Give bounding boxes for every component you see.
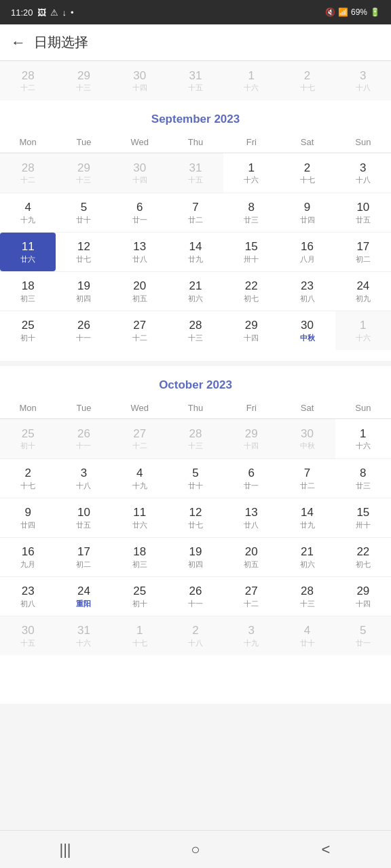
day-number: 17 [356,240,369,254]
day-cell[interactable]: 30十四 [112,153,168,193]
day-cell[interactable]: 2十七 [279,61,335,100]
day-cell[interactable]: 28十三 [168,311,223,350]
day-cell[interactable]: 29十四 [223,419,279,458]
day-cell[interactable]: 3十九 [223,616,279,655]
day-cell[interactable]: 27十二 [112,419,168,458]
day-cell[interactable]: 27十二 [223,576,279,616]
day-cell[interactable]: 17初二 [335,232,391,271]
day-cell[interactable]: 12廿七 [168,498,223,537]
day-lunar: 廿六 [132,520,147,530]
day-cell[interactable]: 8廿三 [223,193,279,232]
day-cell[interactable]: 8廿三 [335,458,391,498]
day-number: 30 [301,427,314,441]
day-cell[interactable]: 15卅十 [223,232,279,271]
day-cell[interactable]: 9廿四 [279,193,335,232]
day-cell[interactable]: 30十五 [0,616,56,655]
day-cell[interactable]: 11廿六 [0,232,56,271]
day-cell[interactable]: 29十三 [56,153,111,193]
day-lunar: 初九 [356,294,371,303]
day-cell[interactable]: 24初九 [335,271,391,311]
day-cell[interactable]: 5廿十 [168,458,223,498]
day-cell[interactable]: 1十六 [335,419,391,458]
back-button[interactable]: ← [11,34,26,52]
day-cell[interactable]: 3十八 [335,61,391,100]
day-lunar: 十三 [76,175,91,184]
day-cell[interactable]: 24重阳 [56,576,111,616]
day-cell[interactable]: 2十七 [279,153,335,193]
day-cell[interactable]: 31十五 [168,153,223,193]
day-cell[interactable]: 20初五 [223,537,279,576]
day-cell[interactable]: 22初七 [335,537,391,576]
day-cell[interactable]: 28十二 [0,153,56,193]
day-cell[interactable]: 5廿一 [335,616,391,655]
day-cell[interactable]: 23初八 [279,271,335,311]
day-cell[interactable]: 1十六 [223,61,279,100]
day-number: 2 [304,161,310,175]
day-cell[interactable]: 7廿二 [168,193,223,232]
day-cell[interactable]: 16九月 [0,537,56,576]
day-cell[interactable]: 31十五 [168,61,223,100]
day-cell[interactable]: 14廿九 [279,498,335,537]
day-cell[interactable]: 1十六 [223,153,279,193]
day-cell[interactable]: 28十三 [279,576,335,616]
day-cell[interactable]: 21初六 [279,537,335,576]
day-cell[interactable]: 29十四 [335,576,391,616]
day-cell[interactable]: 4十九 [0,193,56,232]
day-cell[interactable]: 22初七 [223,271,279,311]
day-cell[interactable]: 4十九 [112,458,168,498]
day-lunar: 十九 [20,215,35,224]
weekday-cell: Sat [279,134,335,150]
day-cell[interactable]: 27十二 [112,311,168,350]
day-cell[interactable]: 14廿九 [168,232,223,271]
day-cell[interactable]: 26十一 [56,311,111,350]
day-cell[interactable]: 13廿八 [112,232,168,271]
day-cell[interactable]: 1十六 [335,311,391,350]
day-cell[interactable]: 18初三 [0,271,56,311]
day-cell[interactable]: 20初五 [112,271,168,311]
day-cell[interactable]: 28十三 [168,419,223,458]
day-cell[interactable]: 2十八 [168,616,223,655]
day-cell[interactable]: 17初二 [56,537,111,576]
day-cell[interactable]: 10廿五 [335,193,391,232]
home-button[interactable]: ○ [175,836,216,863]
day-cell[interactable]: 12廿七 [56,232,111,271]
day-cell[interactable]: 5廿十 [56,193,111,232]
day-cell[interactable]: 3十八 [56,458,111,498]
day-cell[interactable]: 25初十 [0,419,56,458]
day-cell[interactable]: 2十七 [0,458,56,498]
day-number: 1 [248,69,255,83]
day-lunar: 十七 [20,481,35,490]
day-cell[interactable]: 6廿一 [112,193,168,232]
day-cell[interactable]: 1十七 [112,616,168,655]
day-cell[interactable]: 13廿八 [223,498,279,537]
menu-button[interactable]: ||| [45,836,86,863]
day-cell[interactable]: 30十四 [112,61,168,100]
day-cell[interactable]: 29十三 [56,61,111,100]
day-cell[interactable]: 25初十 [0,311,56,350]
day-cell[interactable]: 7廿二 [279,458,335,498]
day-cell[interactable]: 15卅十 [335,498,391,537]
day-cell[interactable]: 31十六 [56,616,111,655]
day-cell[interactable]: 6廿一 [223,458,279,498]
day-cell[interactable]: 4廿十 [279,616,335,655]
day-cell[interactable]: 10廿五 [56,498,111,537]
day-cell[interactable]: 19初四 [56,271,111,311]
day-cell[interactable]: 3十八 [335,153,391,193]
day-cell[interactable]: 9廿四 [0,498,56,537]
day-cell[interactable]: 19初四 [168,537,223,576]
day-cell[interactable]: 18初三 [112,537,168,576]
day-cell[interactable]: 30中秋 [279,311,335,350]
day-lunar: 廿四 [300,215,315,224]
day-cell[interactable]: 29十四 [223,311,279,350]
day-cell[interactable]: 11廿六 [112,498,168,537]
day-cell[interactable]: 28十二 [0,61,56,100]
day-cell[interactable]: 16八月 [279,232,335,271]
day-cell[interactable]: 30中秋 [279,419,335,458]
day-cell[interactable]: 21初六 [168,271,223,311]
back-nav-button[interactable]: < [305,836,346,863]
day-lunar: 初四 [188,559,203,569]
day-cell[interactable]: 23初八 [0,576,56,616]
day-cell[interactable]: 26十一 [168,576,223,616]
day-cell[interactable]: 25初十 [112,576,168,616]
day-cell[interactable]: 26十一 [56,419,111,458]
